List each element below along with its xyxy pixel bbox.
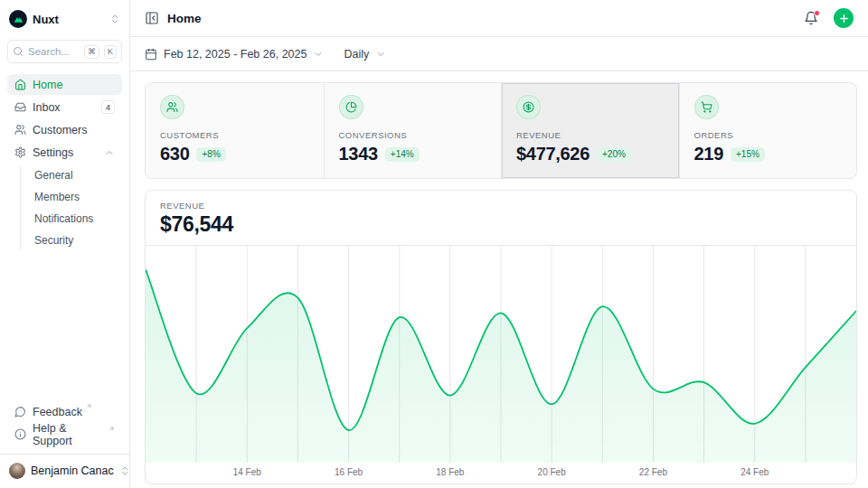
sidebar-item-label: Home xyxy=(33,79,115,91)
chevrons-up-down-icon xyxy=(109,14,120,24)
sidebar-subitem-notifications[interactable]: Notifications xyxy=(29,209,122,229)
stat-card-orders[interactable]: ORDERS219+15% xyxy=(679,83,857,178)
sidebar-item-label: Settings xyxy=(33,146,98,159)
add-button[interactable] xyxy=(834,8,854,28)
top-bar: Home xyxy=(130,0,868,37)
sidebar-item-feedback[interactable]: Feedback xyxy=(7,401,122,422)
sidebar-spacer xyxy=(7,251,122,401)
stat-card-customers[interactable]: CUSTOMERS630+8% xyxy=(146,83,324,178)
sidebar-nav: HomeInbox4CustomersSettingsGeneralMember… xyxy=(7,74,122,251)
sidebar-item-label: Inbox xyxy=(33,101,95,114)
user-menu[interactable]: Benjamin Canac xyxy=(7,455,122,481)
page-title: Home xyxy=(167,12,796,25)
sidebar-item-settings[interactable]: Settings xyxy=(7,142,122,163)
chevron-up-icon xyxy=(104,147,115,158)
chart-x-tick: 22 Feb xyxy=(639,467,667,477)
search-placeholder: Search... xyxy=(28,46,80,57)
stat-delta-badge: +20% xyxy=(597,147,631,162)
user-name: Benjamin Canac xyxy=(31,465,114,477)
stat-label: ORDERS xyxy=(694,130,843,140)
inbox-icon xyxy=(14,101,26,113)
cart-icon xyxy=(694,95,719,119)
chart-current-value: $76,544 xyxy=(160,212,842,237)
calendar-icon xyxy=(145,48,157,61)
stat-delta-badge: +14% xyxy=(385,147,420,162)
chart-x-tick: 14 Feb xyxy=(233,467,261,477)
chart-header: REVENUE $76,544 xyxy=(146,191,856,246)
sidebar-item-help-support[interactable]: Help & Support xyxy=(7,424,122,445)
inbox-count-badge: 4 xyxy=(101,100,115,114)
sidebar-item-customers[interactable]: Customers xyxy=(7,119,122,140)
chevron-down-icon xyxy=(313,49,324,60)
stat-value: $477,626 xyxy=(516,144,590,164)
revenue-chart-card: REVENUE $76,544 14 Feb16 Feb18 Feb20 Feb… xyxy=(145,190,857,484)
users-icon xyxy=(14,124,26,136)
stat-card-revenue[interactable]: REVENUE$477,626+20% xyxy=(501,83,679,178)
stat-value: 219 xyxy=(694,144,723,164)
date-range-picker[interactable]: Feb 12, 2025 - Feb 26, 2025 xyxy=(145,48,324,61)
kbd-k: K xyxy=(104,45,117,59)
sidebar-item-label: Feedback xyxy=(33,406,82,418)
dollar-circle-icon xyxy=(516,95,541,119)
arrow-up-right-icon xyxy=(108,426,115,432)
stats-row: CUSTOMERS630+8%CONVERSIONS1343+14%REVENU… xyxy=(145,82,857,179)
workspace-name: Nuxt xyxy=(33,13,104,26)
settings-submenu: GeneralMembersNotificationsSecurity xyxy=(20,165,122,250)
users-icon xyxy=(160,95,184,119)
revenue-area-chart xyxy=(146,246,856,463)
stat-delta-badge: +15% xyxy=(731,147,765,162)
app-window: Nuxt Search... ⌘ K HomeInbox4CustomersSe… xyxy=(0,0,868,488)
chart-x-tick: 20 Feb xyxy=(538,467,566,477)
arrow-up-right-icon xyxy=(86,403,92,409)
chart-x-axis: 14 Feb16 Feb18 Feb20 Feb22 Feb24 Feb xyxy=(146,463,856,484)
stat-value-row: 630+8% xyxy=(160,144,309,164)
avatar xyxy=(9,463,25,479)
stat-label: CONVERSIONS xyxy=(339,130,487,140)
granularity-label: Daily xyxy=(344,48,369,61)
granularity-select[interactable]: Daily xyxy=(344,48,386,61)
stat-value-row: $477,626+20% xyxy=(516,144,665,164)
sidebar: Nuxt Search... ⌘ K HomeInbox4CustomersSe… xyxy=(0,0,130,488)
date-range-label: Feb 12, 2025 - Feb 26, 2025 xyxy=(164,48,307,61)
sidebar-item-home[interactable]: Home xyxy=(7,74,122,95)
panel-left-close-icon[interactable] xyxy=(145,11,159,25)
chat-bubble-icon xyxy=(14,406,26,418)
sidebar-item-label: Help & Support xyxy=(33,422,105,447)
home-icon xyxy=(14,79,26,90)
sidebar-footer: FeedbackHelp & Support xyxy=(7,401,122,445)
sidebar-subitem-general[interactable]: General xyxy=(29,165,122,185)
chart-title: REVENUE xyxy=(160,201,842,211)
stat-value-row: 1343+14% xyxy=(339,144,487,164)
stat-value: 630 xyxy=(160,144,189,164)
stat-card-conversions[interactable]: CONVERSIONS1343+14% xyxy=(324,83,502,178)
stat-delta-badge: +8% xyxy=(196,147,225,162)
chart-x-tick: 16 Feb xyxy=(335,467,363,477)
chart-x-tick: 24 Feb xyxy=(741,467,769,477)
gear-icon xyxy=(14,146,26,158)
notification-dot xyxy=(814,10,820,16)
filters-toolbar: Feb 12, 2025 - Feb 26, 2025 Daily xyxy=(130,37,868,71)
main-area: Home Feb 12, 2025 - Feb 26, 2025 Daily C… xyxy=(130,0,868,488)
chart-plot-area[interactable] xyxy=(146,246,856,463)
chevron-down-icon xyxy=(375,49,386,60)
page-content: CUSTOMERS630+8%CONVERSIONS1343+14%REVENU… xyxy=(130,71,868,488)
info-icon xyxy=(14,428,26,440)
chart-x-tick: 18 Feb xyxy=(436,467,464,477)
sidebar-item-inbox[interactable]: Inbox4 xyxy=(7,97,122,117)
search-icon xyxy=(13,46,24,57)
workspace-switcher[interactable]: Nuxt xyxy=(7,7,122,31)
chevrons-up-down-icon xyxy=(119,465,130,476)
search-input[interactable]: Search... ⌘ K xyxy=(7,40,122,63)
sidebar-item-label: Customers xyxy=(33,124,115,136)
stat-value: 1343 xyxy=(339,144,378,164)
stat-value-row: 219+15% xyxy=(694,144,843,164)
sidebar-subitem-members[interactable]: Members xyxy=(29,187,122,207)
nuxt-logo-icon xyxy=(9,10,27,28)
pie-chart-icon xyxy=(339,95,363,119)
sidebar-subitem-security[interactable]: Security xyxy=(29,230,122,250)
notifications-button[interactable] xyxy=(804,11,818,25)
stat-label: CUSTOMERS xyxy=(160,130,309,140)
stat-label: REVENUE xyxy=(516,130,665,140)
kbd-cmd: ⌘ xyxy=(84,45,99,59)
